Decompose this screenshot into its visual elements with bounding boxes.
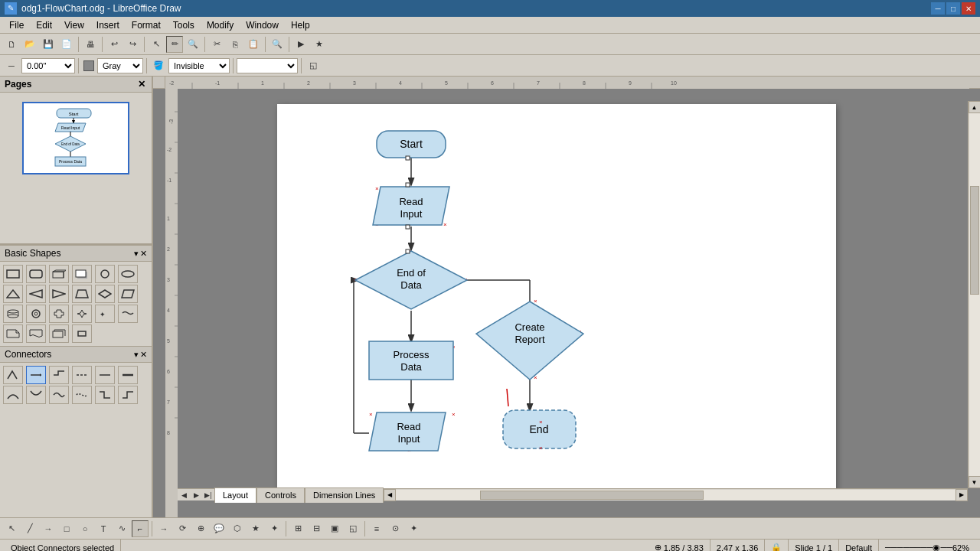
connector-6[interactable] (118, 366, 138, 384)
cut-button[interactable]: ✂ (208, 36, 225, 53)
callout-btn[interactable]: 💬 (211, 520, 227, 537)
zoom-section[interactable]: ────────◉── 62% (879, 540, 975, 551)
zoom-button[interactable]: 🔍 (185, 36, 201, 53)
vertical-scrollbar[interactable]: ▲ ▼ (968, 101, 980, 488)
shape-circle[interactable] (95, 265, 115, 283)
connector-10[interactable] (72, 386, 92, 404)
find-button[interactable]: 🔍 (269, 36, 286, 53)
line-style-btn[interactable]: ─ (3, 57, 20, 74)
line-width-select[interactable]: 0.00" (21, 58, 75, 73)
menu-modify[interactable]: Modify (201, 18, 240, 32)
connectors-panel-close[interactable]: ✕ (140, 350, 147, 360)
menu-insert[interactable]: Insert (90, 18, 126, 32)
tab-nav-next[interactable]: ▶ (190, 487, 202, 503)
snap-btn[interactable]: ⊟ (308, 520, 325, 537)
connector-3[interactable] (49, 366, 69, 384)
undo-button[interactable]: ↩ (106, 36, 122, 53)
line-ends-btn[interactable]: → (155, 520, 172, 537)
copy-button[interactable]: ⎘ (227, 36, 243, 53)
zoom-slider[interactable]: ────────◉── (885, 543, 952, 551)
shape-para[interactable] (118, 285, 138, 303)
shadow-btn2[interactable]: ◱ (345, 520, 361, 537)
shape-tri-right2[interactable] (26, 285, 46, 303)
h-scroll-left[interactable]: ◀ (384, 489, 396, 501)
cursor-button[interactable]: ↖ (148, 36, 165, 53)
open-button[interactable]: 📂 (21, 36, 38, 53)
flowchart-btn[interactable]: ⬡ (229, 520, 246, 537)
rect-tool[interactable]: □ (58, 520, 75, 537)
connector-active[interactable] (26, 366, 46, 384)
shadow-btn[interactable]: ◱ (305, 57, 322, 74)
fill-color2-select[interactable] (237, 58, 298, 73)
shape-tri-up[interactable] (49, 285, 69, 303)
paste-button[interactable]: 📋 (245, 36, 262, 53)
star-btn[interactable]: ★ (247, 520, 264, 537)
fill-style-select[interactable]: Invisible (168, 58, 230, 73)
connectors-dropdown-btn[interactable]: ▾ (134, 350, 139, 360)
scroll-up-button[interactable]: ▲ (969, 101, 981, 113)
shape-ring[interactable] (26, 305, 46, 323)
effects-btn[interactable]: ✦ (405, 520, 422, 537)
tab-dimension-lines[interactable]: Dimension Lines (305, 487, 384, 503)
tab-nav-prev[interactable]: ◀ (178, 487, 190, 503)
menu-help[interactable]: Help (285, 18, 316, 32)
tab-layout[interactable]: Layout (214, 487, 256, 503)
print-button[interactable]: 🖶 (82, 36, 99, 53)
shape-trap[interactable] (72, 285, 92, 303)
shape-tri-right[interactable] (3, 285, 23, 303)
connector-7[interactable] (3, 386, 23, 404)
v-scroll-thumb[interactable] (970, 186, 979, 295)
pages-panel-close[interactable]: ✕ (136, 79, 147, 90)
horizontal-scrollbar[interactable]: |◀ ◀ ▶ ▶| Layout Controls Dimension Line… (165, 488, 968, 500)
connector-12[interactable] (118, 386, 138, 404)
group-btn[interactable]: ▣ (326, 520, 343, 537)
arrow-tool[interactable]: → (40, 520, 57, 537)
maximize-button[interactable]: □ (946, 2, 960, 15)
ellipse-tool[interactable]: ○ (77, 520, 93, 537)
connector-8[interactable] (26, 386, 46, 404)
redo-button[interactable]: ↪ (124, 36, 141, 53)
fill-color-select[interactable]: Gray (97, 58, 143, 73)
glue-btn[interactable]: ⊞ (289, 520, 306, 537)
shape-cross[interactable] (49, 305, 69, 323)
connector-4[interactable] (72, 366, 92, 384)
menu-file[interactable]: File (3, 18, 30, 32)
scroll-down-button[interactable]: ▼ (969, 476, 981, 488)
shape-star4[interactable] (72, 305, 92, 323)
shape-rect-shad[interactable] (72, 265, 92, 283)
shape-ellipse[interactable] (118, 265, 138, 283)
connector-btn2[interactable]: ⊕ (192, 520, 209, 537)
align-btn[interactable]: ≡ (368, 520, 385, 537)
connector-11[interactable] (95, 386, 115, 404)
h-scroll-track[interactable] (396, 490, 956, 500)
shapes-panel-close[interactable]: ✕ (140, 249, 147, 259)
shape-rect-round[interactable] (26, 265, 46, 283)
draw-button[interactable]: ✏ (166, 36, 183, 53)
menu-format[interactable]: Format (126, 18, 167, 32)
connector-angled[interactable] (3, 366, 23, 384)
h-scroll-right[interactable]: ▶ (956, 489, 968, 501)
connector-tool[interactable]: ⌐ (132, 520, 149, 537)
text-tool[interactable]: T (95, 520, 112, 537)
tab-controls[interactable]: Controls (256, 487, 305, 503)
menu-tools[interactable]: Tools (167, 18, 201, 32)
shape-doc[interactable] (26, 324, 46, 343)
animate-button[interactable]: ★ (311, 36, 328, 53)
shapes-dropdown-btn[interactable]: ▾ (134, 249, 139, 259)
close-button[interactable]: ✕ (962, 2, 975, 15)
drawing-canvas[interactable]: -3 -2 -1 1 2 3 4 5 6 (165, 89, 980, 517)
connector-9[interactable] (49, 386, 69, 404)
curve-tool[interactable]: ∿ (113, 520, 130, 537)
start-slideshow[interactable]: ▶ (292, 36, 309, 53)
select-tool[interactable]: ↖ (3, 520, 20, 537)
shape-small-rect[interactable] (72, 324, 92, 343)
menu-edit[interactable]: Edit (30, 18, 58, 32)
menu-window[interactable]: Window (240, 18, 285, 32)
v-scroll-track[interactable] (969, 113, 980, 476)
transform-btn[interactable]: ⟳ (174, 520, 191, 537)
shape-rect[interactable] (3, 265, 23, 283)
export-pdf-button[interactable]: 📄 (58, 36, 75, 53)
tab-nav-last[interactable]: ▶| (202, 487, 214, 503)
fill-btn[interactable]: 🪣 (150, 57, 167, 74)
points-btn[interactable]: ✦ (266, 520, 283, 537)
